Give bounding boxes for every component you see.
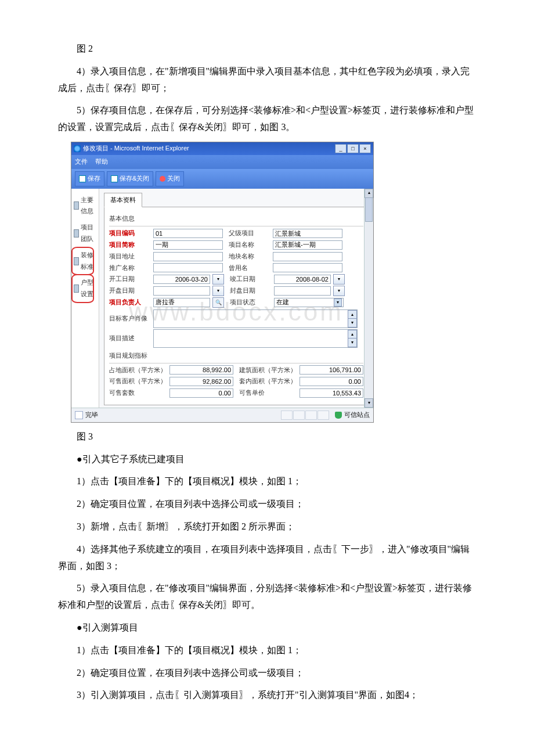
status-cell [305, 411, 317, 420]
label-old-name: 曾用名 [229, 262, 270, 274]
label-promo-name: 推广名称 [109, 262, 151, 274]
section-metrics: 项目规划指标 [109, 350, 363, 363]
save-button[interactable]: 保存 [75, 171, 104, 186]
import-step5: 5）录入项目信息，在"修改项目"编辑界面，分别选择<装修标准>和<户型设置>标签… [58, 580, 476, 614]
input-project-code[interactable] [153, 229, 223, 238]
label-build-area: 建筑面积（平方米） [239, 365, 297, 376]
close-button[interactable]: 关闭 [156, 171, 184, 186]
status-done: 完毕 [85, 409, 98, 421]
label-sale-area: 可售面积（平方米） [109, 376, 167, 387]
input-inner-area[interactable] [300, 377, 363, 386]
label-project-desc: 项目描述 [109, 333, 151, 344]
minimize-button[interactable]: _ [335, 144, 347, 153]
input-start-date[interactable] [153, 275, 210, 284]
input-sale-price[interactable] [300, 388, 363, 398]
input-land-area[interactable] [169, 365, 233, 375]
input-parent-project[interactable] [273, 229, 342, 238]
label-target-customer: 目标客户肖像 [109, 313, 151, 325]
label-status: 项目状态 [230, 297, 272, 308]
input-build-area[interactable] [300, 365, 363, 375]
date-picker-plan[interactable]: ▾ [333, 286, 345, 296]
close-window-button[interactable]: × [359, 144, 371, 153]
import-step2: 2）确定项目位置，在项目列表中选择公司或一级项目； [58, 496, 476, 513]
status-cell [293, 411, 305, 420]
heading-import-subsystem: ●引入其它子系统已建项目 [58, 451, 476, 468]
label-owner: 项目负责人 [109, 297, 151, 308]
save-close-button[interactable]: 保存&关闭 [107, 171, 153, 186]
date-picker-start[interactable]: ▾ [212, 274, 224, 285]
toolbar: 保存 保存&关闭 关闭 [71, 169, 373, 189]
textarea-project-desc[interactable]: ▴ ▾ [153, 329, 358, 348]
date-picker-finish[interactable]: ▾ [333, 274, 345, 285]
input-promo-name[interactable] [153, 263, 223, 272]
label-project-name: 项目名称 [229, 239, 270, 251]
import-step4: 4）选择其他子系统建立的项目，在项目列表中选择项目，点击〖下一步〗，进入"修改项… [58, 541, 476, 575]
input-plan-date[interactable] [274, 286, 331, 296]
label-sale-count: 可售套数 [109, 387, 167, 399]
save-close-icon [111, 175, 118, 182]
maximize-button[interactable]: □ [347, 144, 359, 153]
figure-caption-2: 图 2 [58, 41, 476, 57]
label-parent-project: 父级项目 [229, 228, 270, 239]
input-project-name[interactable] [273, 240, 342, 250]
save-icon [79, 175, 86, 182]
input-land-name[interactable] [273, 252, 342, 261]
input-owner[interactable] [153, 298, 210, 307]
section-basic-info: 基本信息 [109, 213, 363, 226]
close-icon [160, 176, 165, 182]
input-sale-area[interactable] [169, 377, 233, 386]
ie-page-icon [75, 411, 83, 419]
doc-icon [74, 201, 79, 210]
label-sale-price: 可售单价 [239, 387, 297, 399]
sidebar: 主要信息 项目团队 装修标准 户型设置 [71, 189, 99, 408]
team-icon [74, 229, 79, 237]
label-project-code: 项目编码 [109, 228, 151, 239]
window-titlebar: 修改项目 - Microsoft Internet Explorer _ □ × [71, 142, 373, 155]
scroll-thumb[interactable] [365, 197, 373, 222]
input-sale-count[interactable] [169, 388, 233, 398]
calc-step3: 3）引入测算项目，点击〖引入测算项目〗，系统打开"引入测算项目"界面，如图4； [58, 687, 476, 704]
menu-file[interactable]: 文件 [75, 158, 88, 165]
input-project-addr[interactable] [153, 252, 223, 261]
label-start-date: 开工日期 [109, 273, 151, 285]
sidebar-item-main-info[interactable]: 主要信息 [73, 192, 98, 220]
menu-bar: 文件 帮助 [71, 155, 373, 169]
unit-icon [74, 285, 79, 293]
trusted-site-icon [335, 412, 342, 419]
label-plan-date: 封盘日期 [230, 285, 272, 297]
tab-basic[interactable]: 基本资料 [104, 193, 142, 208]
ie-icon [74, 145, 81, 152]
owner-picker[interactable] [212, 297, 224, 308]
label-project-short: 项目简称 [109, 239, 151, 251]
scroll-down-icon[interactable]: ▾ [348, 318, 357, 327]
label-project-addr: 项目地址 [109, 251, 151, 262]
input-old-name[interactable] [273, 263, 342, 272]
decoration-icon [74, 257, 79, 265]
scroll-down-icon[interactable]: ▾ [348, 338, 357, 347]
calc-step1: 1）点击【项目准备】下的【项目概况】模块，如图 1； [58, 642, 476, 659]
sidebar-item-decoration[interactable]: 装修标准 [73, 247, 98, 275]
scroll-up-button[interactable]: ▴ [365, 189, 373, 198]
import-step3: 3）新增，点击〖新增〗，系统打开如图 2 所示界面； [58, 519, 476, 535]
label-land-area: 占地面积（平方米） [109, 365, 167, 376]
sidebar-item-unit-type[interactable]: 户型设置 [73, 275, 98, 303]
scroll-down-button[interactable]: ▾ [365, 398, 373, 408]
label-land-name: 地块名称 [229, 251, 270, 262]
select-status[interactable]: 在建 ▾ [274, 298, 344, 307]
main-pane: 基本资料 基本信息 项目编码 父级项目 项目简称 [99, 189, 373, 408]
vertical-scrollbar[interactable]: ▴ ▾ [364, 189, 373, 408]
menu-help[interactable]: 帮助 [95, 158, 108, 165]
input-project-short[interactable] [153, 240, 223, 250]
input-open-date[interactable] [153, 286, 210, 296]
label-finish-date: 竣工日期 [230, 273, 272, 285]
window-title: 修改项目 - Microsoft Internet Explorer [83, 143, 335, 154]
sidebar-item-team[interactable]: 项目团队 [73, 219, 98, 247]
input-finish-date[interactable] [274, 275, 331, 284]
paragraph-step5: 5）保存项目信息，在保存后，可分别选择<装修标准>和<户型设置>标签页，进行装修… [58, 102, 476, 136]
status-trusted: 可信站点 [344, 409, 370, 421]
chevron-down-icon: ▾ [334, 298, 342, 307]
paragraph-step4: 4）录入项目信息，在"新增项目"编辑界面中录入项目基本信息，其中红色字段为必填项… [58, 63, 476, 97]
date-picker-open[interactable]: ▾ [212, 286, 224, 296]
textarea-target-customer[interactable]: ▴ ▾ [153, 309, 358, 328]
figure-caption-3: 图 3 [58, 429, 476, 445]
